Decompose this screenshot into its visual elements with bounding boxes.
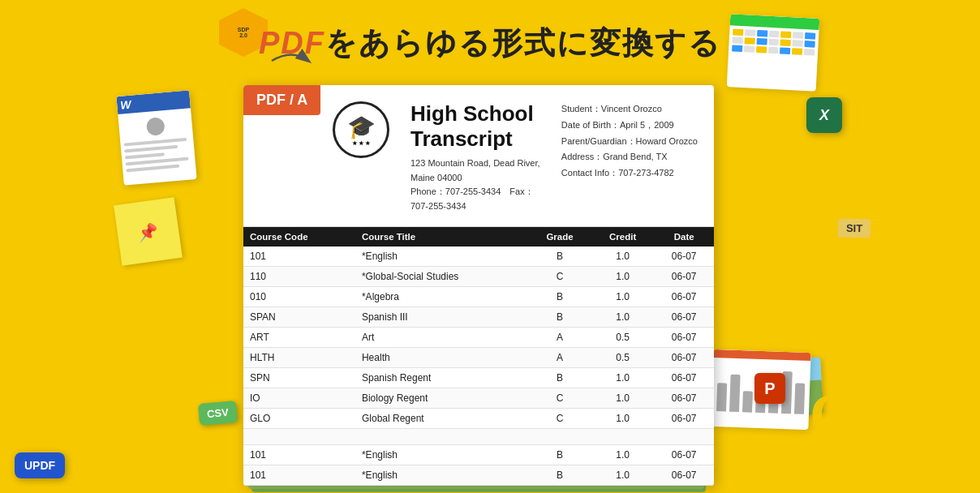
table-row: GLOGlobal RegentC1.006-07 <box>243 409 714 429</box>
table-cell: 1.0 <box>591 246 655 267</box>
table-cell: 06-07 <box>654 445 714 465</box>
word-doc-decoration: W <box>116 90 196 185</box>
table-cell: 101 <box>243 246 355 267</box>
table-cell: SPAN <box>243 307 355 328</box>
table-cell: 101 <box>243 445 355 465</box>
table-cell: *English <box>355 246 528 267</box>
pdf-a-badge: PDF / A <box>243 85 320 115</box>
line-decoration <box>124 145 178 153</box>
excel-icon: X <box>806 97 842 133</box>
table-row: HLTHHealthA0.506-07 <box>243 348 714 368</box>
table-cell: 110 <box>243 267 355 287</box>
chart-bar <box>742 391 753 412</box>
table-cell: 06-07 <box>654 246 714 267</box>
table-cell: B <box>528 445 591 465</box>
table-cell: 06-07 <box>654 368 714 388</box>
table-cell: Art <box>355 328 528 348</box>
transcript-table: Course Code Course Title Grade Credit Da… <box>243 227 714 486</box>
col-header-date: Date <box>654 227 714 246</box>
table-row <box>243 429 714 445</box>
student-name: Student：Vincent Orozco <box>561 101 698 118</box>
table-cell: A <box>528 328 591 348</box>
transcript-title: High School Transcript <box>410 101 548 152</box>
line-decoration <box>126 165 179 173</box>
table-cell: B <box>528 246 591 267</box>
col-header-code: Course Code <box>243 227 355 246</box>
table-cell: Spanish Regent <box>355 368 528 388</box>
table-cell: *English <box>355 445 528 465</box>
table-cell: 1.0 <box>591 307 655 328</box>
table-row: 101*EnglishB1.006-07 <box>243 246 714 267</box>
table-cell: 0.5 <box>591 348 655 368</box>
table-cell: B <box>528 465 591 486</box>
title-rest: をあらゆる形式に変換する <box>325 26 721 60</box>
cal-grid <box>729 25 819 59</box>
table-cell: A <box>528 348 591 368</box>
main-document: PDF / A 🎓 ★ ★ ★ High School Transcript 1… <box>243 85 714 486</box>
document-content: PDF / A 🎓 ★ ★ ★ High School Transcript 1… <box>243 85 714 486</box>
transcript-info: High School Transcript 123 Mountain Road… <box>402 101 548 213</box>
table-cell: Health <box>355 348 528 368</box>
school-logo-icon: 🎓 <box>347 114 376 140</box>
table-cell: Biology Regent <box>355 388 528 409</box>
student-contact: Contact Info：707-273-4782 <box>561 165 698 182</box>
table-cell: 06-07 <box>654 287 714 307</box>
table-cell: *Global-Social Studies <box>355 267 528 287</box>
table-row: SPANSpanish IIIB1.006-07 <box>243 307 714 328</box>
chart-bar <box>729 374 741 412</box>
powerpoint-icon: P <box>754 373 785 404</box>
table-cell: 1.0 <box>591 368 655 388</box>
postit-decoration <box>114 197 183 266</box>
table-cell: 1.0 <box>591 388 655 409</box>
calendar-decoration <box>727 14 820 92</box>
table-row: 010*AlgebraB1.006-07 <box>243 287 714 307</box>
table-cell: 06-07 <box>654 348 714 368</box>
table-cell: IO <box>243 388 355 409</box>
table-cell: B <box>528 307 591 328</box>
student-info: Student：Vincent Orozco Date of Birth：Apr… <box>561 101 698 182</box>
table-cell: 06-07 <box>654 267 714 287</box>
logo-text: ★ ★ ★ <box>352 140 370 147</box>
school-logo: 🎓 ★ ★ ★ <box>333 101 389 158</box>
address-line1: 123 Mountain Road, Dead River, Maine 040… <box>410 156 548 185</box>
table-cell: C <box>528 388 591 409</box>
student-address: Address：Grand Bend, TX <box>561 149 698 165</box>
chart-bar <box>794 384 805 414</box>
address-line2: Phone：707-255-3434 Fax：707-255-3434 <box>410 185 548 213</box>
table-cell: ART <box>243 328 355 348</box>
table-cell: SPN <box>243 368 355 388</box>
table-row: 110*Global-Social StudiesC1.006-07 <box>243 267 714 287</box>
col-header-credit: Credit <box>591 227 655 246</box>
table-row: ARTArtA0.506-07 <box>243 328 714 348</box>
table-row: SPNSpanish RegentB1.006-07 <box>243 368 714 388</box>
student-dob: Date of Birth：April 5，2009 <box>561 118 698 134</box>
spacer-cell <box>243 429 714 445</box>
table-cell: GLO <box>243 409 355 429</box>
col-header-title: Course Title <box>355 227 528 246</box>
table-cell: 1.0 <box>591 287 655 307</box>
table-cell: 06-07 <box>654 465 714 486</box>
c-decoration: C <box>810 381 852 448</box>
table-cell: Spanish III <box>355 307 528 328</box>
table-cell: 0.5 <box>591 328 655 348</box>
table-cell: 06-07 <box>654 388 714 409</box>
sit-label: SIT <box>838 219 871 238</box>
table-cell: 06-07 <box>654 307 714 328</box>
table-cell: 010 <box>243 287 355 307</box>
transcript-address: 123 Mountain Road, Dead River, Maine 040… <box>410 156 548 213</box>
csv-badge: CSV <box>198 401 238 426</box>
table-body: 101*EnglishB1.006-07110*Global-Social St… <box>243 246 714 486</box>
table-header-row: Course Code Course Title Grade Credit Da… <box>243 227 714 246</box>
table-cell: C <box>528 409 591 429</box>
word-icon: W <box>120 98 132 112</box>
table-cell: 1.0 <box>591 409 655 429</box>
updf-badge: UPDF <box>15 452 65 478</box>
table-row: IOBiology RegentC1.006-07 <box>243 388 714 409</box>
table-cell: *English <box>355 465 528 486</box>
table-cell: HLTH <box>243 348 355 368</box>
page-title: PDFをあらゆる形式に変換する <box>259 23 721 64</box>
table-cell: 1.0 <box>591 445 655 465</box>
title-pdf: PDF <box>259 26 325 60</box>
chart-bar <box>716 383 727 411</box>
student-guardian: Parent/Guardian：Howard Orozco <box>561 134 698 150</box>
